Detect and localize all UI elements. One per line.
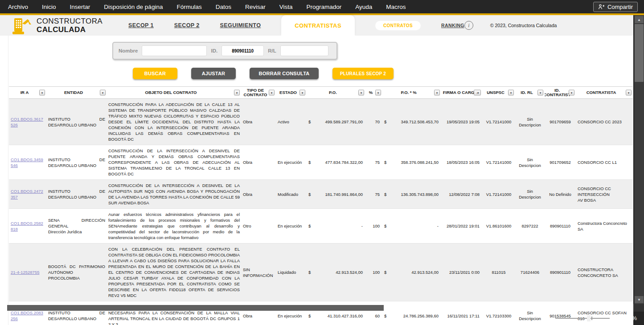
cell-id-contratist: 901538545 xyxy=(545,310,576,321)
cell-contratista: Constructora Conconcreto SA xyxy=(576,218,633,235)
cell-ir-a: 21-4-12528755 xyxy=(9,267,46,278)
filter-button-unspsc[interactable]: ▾ xyxy=(508,90,514,96)
column-header-po: P.O.▾ xyxy=(307,87,365,98)
cell-unspsc: V1.72141000 xyxy=(482,116,515,127)
cell-firma: 18/05/2023 16:05 xyxy=(441,157,482,168)
cell-entidad: INSTITUTO DE DESARROLLO URBANO xyxy=(46,186,107,203)
filter-button-po_pct[interactable]: ▾ xyxy=(434,90,440,96)
search-panel: Nombre ID. R/L xyxy=(112,42,337,60)
vertical-scroll-thumb[interactable] xyxy=(635,24,644,82)
contract-link[interactable]: CO1.BDOS.3459546 xyxy=(11,157,43,168)
filter-button-ir_a[interactable]: ▾ xyxy=(39,90,45,96)
buscar-button[interactable]: BUSCAR xyxy=(133,68,177,79)
cell-estado: Liquidado xyxy=(276,267,307,278)
borrar-consulta-button[interactable]: BORRAR CONSULTA xyxy=(250,68,319,79)
cell-po-pct: $- xyxy=(382,220,441,232)
po-value: 181.740.991.864,00 xyxy=(325,191,363,197)
cell-tipo: SIN INFORMACIÓN xyxy=(241,264,276,281)
filter-button-id_rl[interactable]: ▾ xyxy=(537,90,543,96)
menu-item-insertar[interactable]: Insertar xyxy=(70,4,90,10)
po-value: 42.913.524,00 xyxy=(336,269,363,275)
cell-po-pct: $136.305.743.898,00 xyxy=(382,189,441,200)
brand-navbar: CONSTRUCTORA CALCULADA SECOP 1SECOP 2SEG… xyxy=(0,15,633,36)
cell-contratista: CONSORCIO CC 2023 xyxy=(576,116,633,127)
tab-secop-2[interactable]: SECOP 2 xyxy=(174,22,200,28)
cell-objeto: CON LA CELEBRACIÓN DEL PRESENTE CONTRATO… xyxy=(107,244,241,301)
cell-ir-a: CO1.BDOS.2472357 xyxy=(9,186,46,203)
contract-link[interactable]: CO1.BDOS.3617526 xyxy=(11,117,43,127)
contract-link[interactable]: CO1.BDOS.2083256 xyxy=(11,310,43,321)
filter-button-id_contratist[interactable]: ▾ xyxy=(569,90,574,96)
filter-button-pct[interactable]: ▾ xyxy=(375,90,381,96)
cell-firma: 28/01/2022 19:01 xyxy=(441,220,482,232)
info-icon[interactable]: i xyxy=(464,21,473,30)
menu-item-inicio[interactable]: Inicio xyxy=(42,4,56,10)
menu-item-programador[interactable]: Programador xyxy=(307,4,342,10)
menu-item-ayuda[interactable]: Ayuda xyxy=(355,4,372,10)
filter-button-entidad[interactable]: ▾ xyxy=(100,90,106,96)
ajustar-button[interactable]: AJUSTAR xyxy=(191,68,236,79)
menu-item-datos[interactable]: Datos xyxy=(216,4,231,10)
zoom-slider[interactable] xyxy=(555,318,610,319)
share-button[interactable]: Compartir xyxy=(593,2,638,12)
tab-seguimiento[interactable]: SEGUIMIENTO xyxy=(220,22,261,28)
vertical-scrollbar[interactable]: ▲ ▼ xyxy=(633,15,644,304)
currency-symbol: $ xyxy=(308,159,311,165)
cell-tipo: Obra xyxy=(241,116,276,127)
horizontal-scroll-track[interactable] xyxy=(7,304,622,312)
cell-estado: Activo xyxy=(276,116,307,127)
currency-symbol: $ xyxy=(384,269,386,275)
menu-item-vista[interactable]: Vista xyxy=(279,4,293,10)
contract-link[interactable]: CO1.BDOS.2472357 xyxy=(11,189,43,199)
tab-secop-1[interactable]: SECOP 1 xyxy=(128,22,154,28)
menu-item-revisar[interactable]: Revisar xyxy=(245,4,266,10)
nombre-input[interactable] xyxy=(142,45,207,56)
cell-tipo: Obra xyxy=(241,157,276,168)
cell-contratista: CONSORCIO CC L1 xyxy=(576,157,633,168)
rl-input[interactable] xyxy=(280,45,328,56)
horizontal-scroll-thumb[interactable] xyxy=(7,305,384,311)
menu-item-disposición-de-página[interactable]: Disposición de página xyxy=(104,4,163,10)
plurales-secop2-button[interactable]: PLURALES SECOP 2 xyxy=(332,68,394,79)
table-row: 21-4-12528755BOGOTÁ DC PATRIMONIO AUTÓNO… xyxy=(9,244,633,301)
filter-button-contratista[interactable]: ▾ xyxy=(626,90,632,96)
zoom-slider-thumb[interactable] xyxy=(587,315,591,321)
column-header-objeto: OBJETO DEL CONTRATO▾ xyxy=(107,87,241,98)
id-input[interactable] xyxy=(222,45,264,56)
brand-name-line1: CONSTRUCTORA xyxy=(37,17,103,25)
cell-objeto: Aunar esfuerzos técnicos administrativos… xyxy=(107,209,241,243)
cell-id-contratist: 901709652 xyxy=(545,157,576,168)
contract-link[interactable]: CO1.BDOS.2582818 xyxy=(11,221,43,232)
cell-firma: 12/08/2022 7:08 xyxy=(441,189,482,200)
column-label-tipo: TIPO DE CONTRATO xyxy=(242,88,269,97)
tab-contratos[interactable]: CONTRATOS xyxy=(375,21,421,30)
column-label-firma: FIRMA O CARG xyxy=(443,90,474,95)
tab-contratistas[interactable]: CONTRATISTAS xyxy=(281,15,355,36)
cell-unspsc: V1.86101600 xyxy=(482,220,515,232)
menu-item-archivo[interactable]: Archivo xyxy=(8,4,28,10)
filter-button-po[interactable]: ▾ xyxy=(358,90,364,96)
cell-id-rl: Sin Descripcion xyxy=(515,186,545,203)
filter-button-estado[interactable]: ▾ xyxy=(299,90,305,96)
po-pct-value: 349.712.508.453,70 xyxy=(401,119,439,125)
cell-id-rl: Sin Descripcion xyxy=(515,114,545,130)
scroll-up-icon[interactable]: ▲ xyxy=(635,16,644,23)
menu-item-fórmulas[interactable]: Fórmulas xyxy=(176,4,201,10)
sort-filter-button-firma[interactable]: ↓▾ xyxy=(474,90,481,96)
cell-contratista: CONSTRUCTORA CONCONCRETO SA xyxy=(576,264,633,281)
contract-link[interactable]: 21-4-12528755 xyxy=(11,270,39,275)
cell-objeto: CONSTRUCCIÓN DE LA INTERSECCIÓN A DESNIV… xyxy=(107,180,241,208)
filter-button-tipo[interactable]: ▾ xyxy=(269,90,275,96)
column-label-ir_a: IR A xyxy=(21,90,29,95)
filter-button-objeto[interactable]: ▾ xyxy=(234,90,240,96)
column-label-po_pct: P.O. * % xyxy=(401,90,416,95)
horizontal-scrollbar[interactable]: ◀ ▶ xyxy=(0,304,644,312)
column-header-id_contratist: ID. CONTRATIST▾ xyxy=(545,87,576,98)
scroll-down-icon[interactable]: ▼ xyxy=(635,296,644,303)
tab-ranking[interactable]: RANKING xyxy=(441,23,464,28)
po-value: 41.310.427.316,00 xyxy=(328,313,363,319)
action-buttons: BUSCAR AJUSTAR BORRAR CONSULTA PLURALES … xyxy=(133,68,633,79)
menu-item-macros[interactable]: Macros xyxy=(386,4,406,10)
menu-items: ArchivoInicioInsertarDisposición de pági… xyxy=(0,4,406,10)
cell-pct: 60 xyxy=(365,310,382,321)
